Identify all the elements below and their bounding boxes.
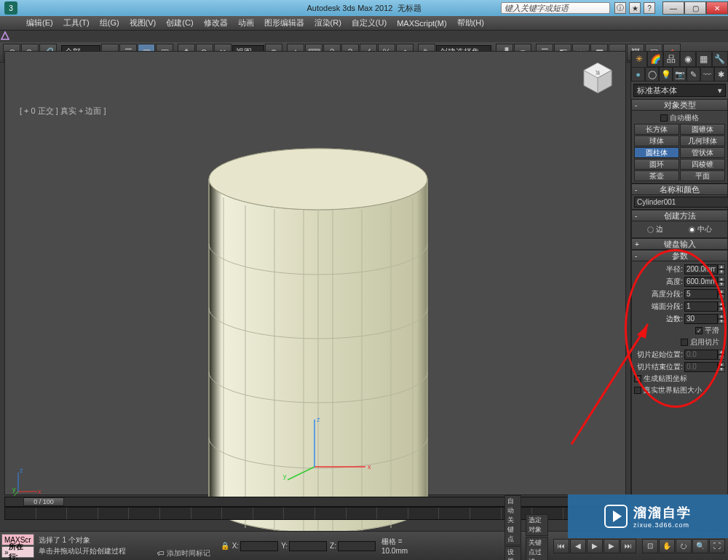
menu-grapheditors[interactable]: 图形编辑器 (260, 16, 309, 30)
helpers-subtab[interactable]: ✎ (687, 67, 700, 82)
gen-map-checkbox[interactable]: ✓ (634, 375, 641, 382)
svg-text:顶: 顶 (596, 71, 600, 75)
height-segs-spinner[interactable] (684, 289, 718, 299)
modify-tab[interactable]: 🌈 (647, 51, 663, 67)
minimize-button[interactable]: — (662, 1, 684, 15)
y-field[interactable] (289, 541, 327, 551)
grid-display: 栅格 = 10.0mm (381, 537, 408, 555)
goto-end-button[interactable]: ⏭ (620, 539, 636, 553)
command-panel-tabs: ✳ 🌈 品 ◉ ▦ 🔧 (631, 51, 728, 67)
svg-text:x: x (368, 463, 371, 470)
autokey-button[interactable]: 自动关键点 (505, 495, 521, 545)
systems-subtab[interactable]: ✱ (714, 67, 728, 82)
motion-tab[interactable]: ◉ (680, 51, 696, 67)
menu-animation[interactable]: 动画 (234, 16, 258, 30)
edge-radio[interactable]: 边 (647, 224, 663, 234)
prev-frame-button[interactable]: ◀ (570, 539, 586, 553)
object-type-grid: 长方体 圆锥体 球体 几何球体 圆柱体 管状体 圆环 四棱锥 茶壶 平面 (634, 124, 725, 181)
x-field[interactable] (240, 541, 278, 551)
z-field[interactable] (338, 541, 376, 551)
viewport-label[interactable]: [ + 0 正交 ] 真实 + 边面 ] (20, 106, 106, 117)
playback-controls: ⏮ ◀ ▶ ▶ ⏭ (550, 539, 639, 553)
info-icon[interactable]: ⓘ (614, 2, 626, 14)
teapot-button[interactable]: 茶壶 (634, 170, 679, 181)
menu-modifiers[interactable]: 修改器 (199, 16, 232, 30)
isolate-button[interactable]: ⊡ (642, 539, 658, 553)
cap-segs-spinner[interactable] (684, 301, 718, 312)
viewcube[interactable]: 顶 (579, 59, 617, 97)
torus-button[interactable]: 圆环 (634, 159, 679, 170)
utilities-tab[interactable]: 🔧 (712, 51, 728, 67)
app-icon: 3 (4, 1, 17, 15)
help-icon[interactable]: ? (644, 2, 655, 14)
svg-line-19 (288, 467, 314, 480)
maximize-viewport-button[interactable]: ⛶ (709, 539, 725, 553)
smooth-checkbox[interactable]: ✓ (695, 327, 703, 334)
menu-maxscript[interactable]: MAXScript(M) (392, 17, 451, 29)
time-knob[interactable]: 0 / 100 (23, 497, 64, 506)
parameters-rollout-header[interactable]: -参数 (631, 250, 728, 261)
radius-spinner[interactable] (684, 264, 718, 275)
hierarchy-tab[interactable]: 品 (663, 51, 679, 67)
transform-gizmo[interactable]: x y z (282, 416, 376, 481)
height-spinner[interactable] (684, 277, 718, 287)
orbit-button[interactable]: ⭮ (676, 539, 692, 553)
menu-views[interactable]: 视图(V) (125, 16, 161, 30)
creation-method-rollout-header[interactable]: -创建方法 (631, 210, 728, 221)
watermark-logo-icon (604, 505, 628, 528)
keyboard-entry-rollout-header[interactable]: +键盘输入 (631, 238, 728, 250)
time-slider[interactable]: 0 / 100 (4, 497, 626, 507)
object-name-input[interactable] (634, 197, 728, 208)
cone-button[interactable]: 圆锥体 (680, 124, 725, 135)
window-buttons: — ▢ ✕ (662, 1, 728, 15)
help-search[interactable]: 键入关键字或短语 (501, 2, 610, 14)
viewport[interactable]: [ + 0 正交 ] 真实 + 边面 ] 顶 (4, 51, 626, 495)
menu-rendering[interactable]: 渲染(R) (310, 16, 346, 30)
cameras-subtab[interactable]: 📷 (673, 67, 687, 82)
maximize-button[interactable]: ▢ (684, 1, 706, 15)
tube-button[interactable]: 管状体 (680, 147, 725, 158)
plane-button[interactable]: 平面 (680, 170, 725, 181)
goto-start-button[interactable]: ⏮ (553, 539, 569, 553)
selected-key-dropdown[interactable]: 选定对象 (526, 514, 548, 536)
command-panel: ✳ 🌈 品 ◉ ▦ 🔧 ● ◯ 💡 📷 ✎ 〰 ✱ 标准基本体▾ -对象类型 自… (630, 51, 728, 495)
name-color-rollout-header[interactable]: -名称和颜色 (631, 184, 728, 195)
time-tag-label[interactable]: 🏷 添加时间标记 (157, 548, 210, 559)
category-dropdown[interactable]: 标准基本体▾ (633, 84, 726, 97)
geosphere-button[interactable]: 几何球体 (680, 135, 725, 146)
menu-help[interactable]: 帮助(H) (453, 16, 488, 30)
spacewarps-subtab[interactable]: 〰 (700, 67, 714, 82)
auto-grid-checkbox[interactable] (660, 114, 668, 122)
key-filter-button[interactable]: 关键点过滤器... (526, 537, 548, 560)
object-type-rollout-header[interactable]: -对象类型 (631, 99, 728, 111)
lock-icon[interactable]: 🔒 (221, 542, 229, 550)
geometry-subtab[interactable]: ● (631, 67, 645, 82)
star-icon[interactable]: ★ (629, 2, 641, 14)
cylinder-button[interactable]: 圆柱体 (634, 147, 679, 158)
menu-tools[interactable]: 工具(T) (59, 16, 94, 30)
slice-on-checkbox[interactable] (681, 339, 688, 346)
shapes-subtab[interactable]: ◯ (645, 67, 659, 82)
play-button[interactable]: ▶ (587, 539, 603, 553)
sides-spinner[interactable] (684, 314, 718, 324)
display-tab[interactable]: ▦ (696, 51, 712, 67)
menu-create[interactable]: 创建(C) (162, 16, 197, 30)
sphere-button[interactable]: 球体 (634, 135, 679, 146)
menu-group[interactable]: 组(G) (95, 16, 124, 30)
pyramid-button[interactable]: 四棱锥 (680, 159, 725, 170)
create-tab[interactable]: ✳ (631, 51, 647, 67)
menu-customize[interactable]: 自定义(U) (347, 16, 391, 30)
lights-subtab[interactable]: 💡 (659, 67, 673, 82)
title-bar: 3 Autodesk 3ds Max 2012 无标题 键入关键字或短语 ⓘ ★… (0, 0, 728, 16)
zoom-button[interactable]: 🔍 (692, 539, 708, 553)
real-world-checkbox[interactable] (634, 387, 641, 394)
menu-edit[interactable]: 编辑(E) (22, 16, 58, 30)
next-frame-button[interactable]: ▶ (604, 539, 620, 553)
setkey-button[interactable]: 设置关键点 (505, 546, 521, 560)
pan-button[interactable]: ✋ (659, 539, 675, 553)
box-button[interactable]: 长方体 (634, 124, 679, 135)
close-button[interactable]: ✕ (706, 1, 728, 15)
svg-text:z: z (20, 468, 23, 474)
app-menu-icon[interactable] (0, 31, 728, 42)
center-radio[interactable]: 中心 (689, 224, 712, 234)
